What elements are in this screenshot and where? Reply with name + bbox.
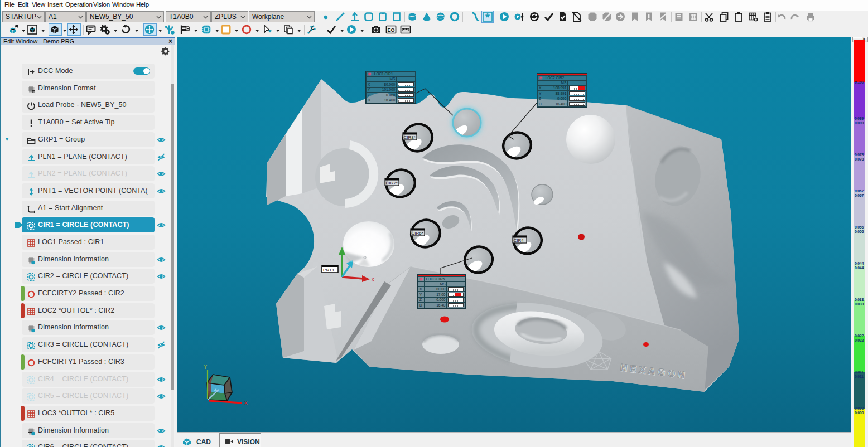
svg-text:Z: Z: [214, 387, 217, 392]
svg-text:CIR8*: CIR8*: [404, 135, 416, 140]
svg-text:CIR4: CIR4: [514, 238, 524, 243]
svg-text:X: X: [244, 400, 248, 406]
svg-text:*: *: [485, 11, 490, 22]
svg-text:CIR6*: CIR6*: [412, 231, 423, 236]
svg-text:PNT1: PNT1: [323, 268, 335, 273]
svg-text:z: z: [350, 258, 353, 263]
svg-text:CIR7*: CIR7*: [386, 181, 398, 186]
svg-text:EO: EO: [387, 27, 394, 33]
svg-text:x: x: [372, 276, 374, 282]
svg-text:Y: Y: [204, 364, 208, 370]
